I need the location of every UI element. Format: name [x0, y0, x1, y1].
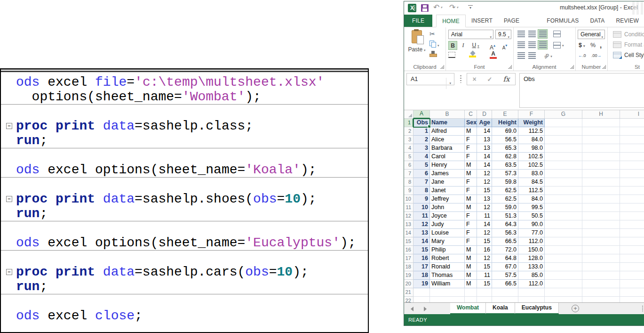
grid-cell[interactable] — [582, 178, 620, 187]
grid-cell[interactable]: 15 — [477, 280, 492, 288]
grid-cell[interactable]: 12 — [477, 254, 492, 263]
grid-cell[interactable]: Carol — [430, 153, 465, 161]
row-header-19[interactable]: 19 — [404, 271, 413, 280]
confirm-entry-icon[interactable]: ✓ — [487, 76, 493, 83]
grid-cell[interactable] — [620, 170, 644, 178]
grid-cell[interactable]: 90.0 — [518, 220, 545, 229]
grid-cell[interactable]: Weight — [518, 119, 545, 127]
borders-button[interactable] — [448, 52, 455, 58]
row-header-16[interactable]: 16 — [404, 246, 413, 254]
grid-cell[interactable] — [582, 136, 620, 144]
grid-cell[interactable] — [582, 119, 620, 127]
row-header-18[interactable]: 18 — [404, 263, 413, 271]
grid-cell[interactable]: William — [430, 280, 465, 288]
column-header-D[interactable]: D — [477, 110, 492, 119]
grid-cell[interactable]: M — [465, 271, 477, 280]
grid-cell[interactable] — [545, 280, 582, 288]
grid-cell[interactable] — [620, 153, 644, 161]
collapse-toggle-icon[interactable]: − — [6, 123, 12, 129]
column-header-F[interactable]: F — [518, 110, 545, 119]
code-line[interactable]: run; — [16, 206, 368, 221]
grid-cell[interactable] — [582, 161, 620, 170]
collapse-toggle-icon[interactable]: − — [6, 269, 12, 275]
grid-cell[interactable] — [620, 144, 644, 153]
grid-cell[interactable] — [545, 271, 582, 280]
grid-cell[interactable] — [582, 229, 620, 237]
grid-cell[interactable]: Alfred — [430, 127, 465, 136]
column-header-A[interactable]: A — [413, 110, 430, 119]
grid-cell[interactable]: Robert — [430, 254, 465, 263]
grid-cell[interactable]: 150.0 — [518, 246, 545, 254]
grid-cell[interactable]: 10 — [413, 203, 430, 212]
cut-icon[interactable]: ✂ — [429, 30, 442, 40]
grid-cell[interactable]: 63.5 — [492, 161, 518, 170]
grid-cell[interactable]: F — [465, 212, 477, 220]
row-header-15[interactable]: 15 — [404, 237, 413, 246]
code-line[interactable]: −proc print data=sashelp.class; — [16, 119, 368, 133]
increase-decimal-icon[interactable]: ←.0 — [578, 53, 586, 58]
grid-cell[interactable]: 62.5 — [492, 195, 518, 203]
grid-cell[interactable] — [620, 203, 644, 212]
grid-cell[interactable] — [545, 288, 582, 297]
grid-cell[interactable]: 69.0 — [492, 127, 518, 136]
code-line[interactable]: ods excel options(sheet_name='Koala'); — [16, 162, 368, 177]
redo-icon[interactable]: ↷▾ — [449, 3, 458, 12]
grid-cell[interactable]: 99.5 — [518, 203, 545, 212]
grid-cell[interactable] — [620, 178, 644, 187]
decrease-decimal-icon[interactable]: .00→ — [591, 53, 602, 58]
grid-cell[interactable]: Louise — [430, 229, 465, 237]
grid-cell[interactable]: 16 — [477, 246, 492, 254]
grid-cell[interactable]: Ronald — [430, 263, 465, 271]
row-header-1[interactable]: 1 — [404, 119, 413, 127]
code-line[interactable]: run; — [16, 133, 368, 148]
grid-cell[interactable] — [620, 195, 644, 203]
grid-cell[interactable]: 84.5 — [518, 178, 545, 187]
grid-cell[interactable] — [620, 263, 644, 271]
grid-cell[interactable]: Jane — [430, 178, 465, 187]
grid-cell[interactable] — [620, 288, 644, 297]
grid-cell[interactable]: F — [465, 229, 477, 237]
grid-cell[interactable]: 64.8 — [492, 254, 518, 263]
grid-cell[interactable]: Judy — [430, 220, 465, 229]
grid-cell[interactable]: 64.3 — [492, 220, 518, 229]
grid-cell[interactable]: 62.8 — [492, 153, 518, 161]
column-header-I[interactable]: I — [620, 110, 644, 119]
grid-cell[interactable]: 67.0 — [492, 263, 518, 271]
grid-cell[interactable] — [430, 288, 465, 297]
grid-cell[interactable] — [582, 212, 620, 220]
copy-icon[interactable]: ▾ — [429, 41, 442, 50]
grid-cell[interactable]: 2 — [413, 136, 430, 144]
grid-cell[interactable]: 13 — [477, 195, 492, 203]
grid-cell[interactable]: Barbara — [430, 144, 465, 153]
grid-cell[interactable]: M — [465, 195, 477, 203]
grid-cell[interactable] — [620, 136, 644, 144]
grid-cell[interactable]: 18 — [413, 271, 430, 280]
grid-cell[interactable]: 4 — [413, 153, 430, 161]
row-header-7[interactable]: 7 — [404, 170, 413, 178]
grid-cell[interactable] — [518, 288, 545, 297]
percent-format-button[interactable]: % — [590, 42, 596, 49]
grid-cell[interactable]: 14 — [477, 220, 492, 229]
grid-cell[interactable]: 59.0 — [492, 203, 518, 212]
grid-cell[interactable] — [582, 263, 620, 271]
grid-cell[interactable]: 17 — [413, 263, 430, 271]
grid-cell[interactable] — [545, 187, 582, 195]
grid-cell[interactable]: 56.5 — [492, 136, 518, 144]
grid-cell[interactable] — [492, 288, 518, 297]
grid-cell[interactable] — [582, 237, 620, 246]
grid-cell[interactable] — [582, 246, 620, 254]
ribbon-tab-insert[interactable]: INSERT — [466, 15, 498, 27]
grid-cell[interactable] — [620, 280, 644, 288]
grid-cell[interactable]: 98.0 — [518, 144, 545, 153]
decrease-indent-button[interactable] — [516, 51, 526, 60]
code-line[interactable]: −proc print data=sashelp.cars(obs=10); — [16, 265, 368, 279]
ribbon-tab-data[interactable]: DATA — [584, 15, 610, 27]
grid-cell[interactable] — [582, 203, 620, 212]
grid-cell[interactable]: Thomas — [430, 271, 465, 280]
grid-cell[interactable]: 13 — [477, 136, 492, 144]
grid-cell[interactable]: F — [465, 178, 477, 187]
grid-cell[interactable]: F — [465, 187, 477, 195]
align-top-button[interactable] — [516, 29, 526, 39]
grid-cell[interactable]: Name — [430, 119, 465, 127]
grid-cell[interactable]: 11 — [413, 212, 430, 220]
